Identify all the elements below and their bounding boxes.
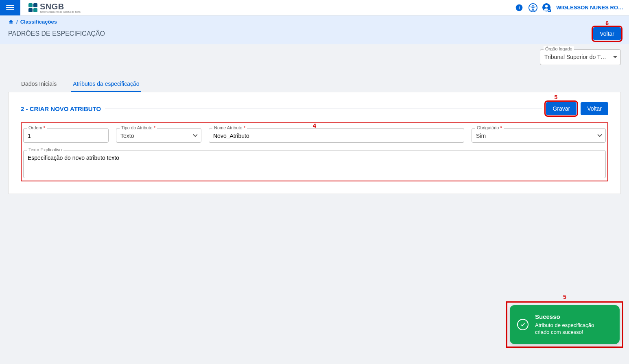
app-logo: SNGB Sistema Nacional de Gestão de Bens bbox=[28, 2, 81, 13]
logo-text-main: SNGB bbox=[40, 2, 81, 11]
svg-text:i: i bbox=[519, 5, 520, 10]
annotation-5b: 5 bbox=[563, 294, 566, 300]
obrig-value: Sim bbox=[472, 129, 605, 142]
texto-label: Texto Explicativo bbox=[27, 147, 63, 152]
orgao-label: Órgão logado bbox=[544, 46, 574, 51]
breadcrumb: / Classificações bbox=[8, 19, 621, 25]
voltar-top-button[interactable]: Voltar bbox=[593, 27, 621, 40]
annotation-6: 6 bbox=[605, 20, 609, 26]
tipo-label: Tipo do Atributo * bbox=[120, 125, 157, 130]
app-header: SNGB Sistema Nacional de Gestão de Bens … bbox=[0, 0, 629, 15]
svg-point-3 bbox=[532, 5, 534, 7]
card-main: 2 - CRIAR NOVO ATRIBUTO 5 Gravar Voltar … bbox=[8, 92, 621, 194]
section-title: 2 - CRIAR NOVO ATRIBUTO bbox=[21, 105, 101, 112]
svg-point-5 bbox=[545, 5, 548, 7]
chevron-down-icon bbox=[613, 56, 617, 59]
field-nome-atributo: Nome Atributo * bbox=[209, 128, 464, 143]
toast-container: 5 Sucesso Atributo de especificação cria… bbox=[506, 301, 623, 348]
ordem-label: Ordem * bbox=[27, 125, 47, 130]
toast-title: Sucesso bbox=[535, 313, 606, 320]
tipo-value: Texto bbox=[116, 129, 201, 142]
nome-label: Nome Atributo * bbox=[212, 125, 247, 130]
title-divider bbox=[110, 34, 588, 34]
breadcrumb-bar: / Classificações PADRÕES DE ESPECIFICAÇÃ… bbox=[0, 15, 629, 44]
field-obrigatorio[interactable]: Obrigatório * Sim bbox=[472, 128, 606, 143]
orgao-logado-select[interactable]: Órgão logado Tribunal Superior do Tra… bbox=[540, 49, 621, 65]
voltar-section-button[interactable]: Voltar bbox=[581, 102, 608, 115]
toast-message: Atributo de especificação criado com suc… bbox=[535, 322, 606, 336]
ordem-input[interactable] bbox=[24, 129, 108, 142]
hamburger-icon bbox=[6, 5, 14, 11]
user-name-label[interactable]: WIGLESSON NUNES RO… bbox=[556, 4, 623, 11]
hamburger-menu-button[interactable] bbox=[0, 0, 20, 15]
accessibility-icon[interactable] bbox=[529, 3, 537, 12]
check-circle-icon bbox=[517, 319, 529, 330]
orgao-value: Tribunal Superior do Tra… bbox=[544, 54, 607, 60]
nome-input[interactable] bbox=[209, 129, 464, 142]
user-avatar-icon[interactable] bbox=[542, 3, 551, 12]
logo-text-sub: Sistema Nacional de Gestão de Bens bbox=[40, 11, 81, 13]
tab-dados-iniciais[interactable]: Dados Iniciais bbox=[20, 76, 58, 92]
field-tipo-atributo[interactable]: Tipo do Atributo * Texto bbox=[116, 128, 201, 143]
gravar-button[interactable]: Gravar bbox=[546, 102, 577, 115]
logo-glyph-icon bbox=[28, 3, 37, 12]
info-icon[interactable]: i bbox=[515, 3, 524, 12]
success-toast: Sucesso Atributo de especificação criado… bbox=[510, 305, 620, 344]
form-highlight-box: 4 Ordem * Tipo do Atributo * Texto Nome … bbox=[21, 122, 608, 181]
annotation-5: 5 bbox=[554, 94, 557, 100]
tab-atributos-especificacao[interactable]: Atributos da especificação bbox=[71, 76, 141, 92]
home-icon[interactable] bbox=[8, 19, 14, 25]
page-title: PADRÕES DE ESPECIFICAÇÃO bbox=[8, 30, 105, 37]
tabs: Dados Iniciais Atributos da especificaçã… bbox=[8, 76, 621, 92]
breadcrumb-separator: / bbox=[16, 19, 18, 25]
field-texto-explicativo: Texto Explicativo bbox=[23, 150, 606, 178]
breadcrumb-link-classificacoes[interactable]: Classificações bbox=[20, 19, 57, 25]
field-ordem: Ordem * bbox=[23, 128, 109, 143]
texto-textarea[interactable] bbox=[24, 150, 605, 177]
obrig-label: Obrigatório * bbox=[475, 125, 504, 130]
section-divider bbox=[105, 109, 542, 109]
